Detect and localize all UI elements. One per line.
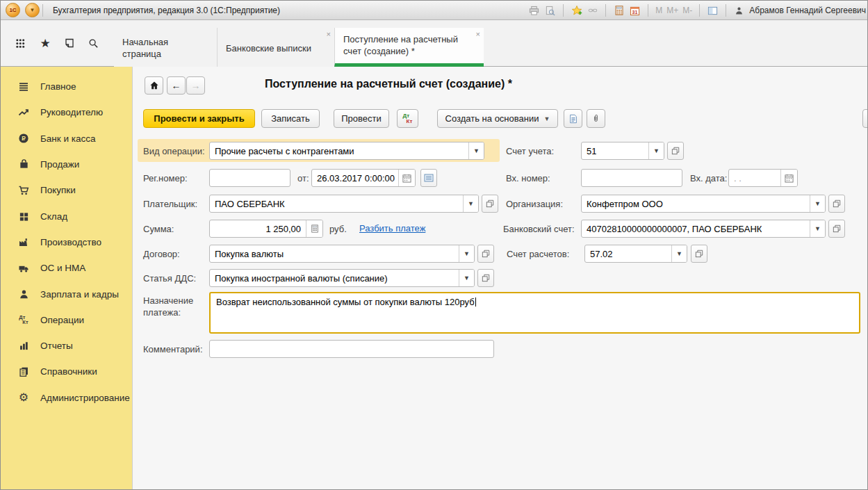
settlement-account-select[interactable]: 57.02 ▼ xyxy=(584,245,687,263)
chevron-down-icon[interactable]: ▼ xyxy=(459,270,474,286)
tab-receipt-document[interactable]: Поступление на расчетный счет (создание)… xyxy=(334,28,484,67)
cart-icon xyxy=(17,184,30,197)
sidebar-item-references[interactable]: Справочники xyxy=(1,359,132,384)
open-in-list-icon xyxy=(833,224,841,233)
reg-number-input[interactable] xyxy=(209,169,290,187)
chevron-down-icon[interactable]: ▼ xyxy=(810,195,825,212)
memory-recall-button[interactable]: M xyxy=(655,6,662,15)
open-in-list-icon xyxy=(482,250,490,258)
sidebar-item-sales[interactable]: Продажи xyxy=(1,152,132,177)
organization-open-button[interactable] xyxy=(828,195,845,213)
organization-select[interactable]: Конфетпром ООО ▼ xyxy=(581,195,826,213)
open-journal-button[interactable] xyxy=(420,169,437,187)
contract-select[interactable]: Покупка валюты ▼ xyxy=(209,245,475,263)
sidebar-item-salary-hr[interactable]: Зарплата и кадры xyxy=(1,281,132,307)
sidebar-item-bank-cash[interactable]: Р Банк и касса xyxy=(1,126,132,152)
operation-type-select[interactable]: Прочие расчеты с контрагентами ▼ xyxy=(209,142,484,160)
apps-menu-icon[interactable] xyxy=(14,35,29,51)
bank-account-open-button[interactable] xyxy=(828,220,845,238)
history-icon[interactable] xyxy=(62,35,77,51)
create-based-on-button[interactable]: Создать на основании▼ xyxy=(437,109,558,128)
post-button[interactable]: Провести xyxy=(334,109,389,128)
cash-flow-item-select[interactable]: Покупка иностранной валюты (списание) ▼ xyxy=(209,269,475,287)
comment-input[interactable] xyxy=(209,340,494,358)
briefcase-icon xyxy=(17,158,30,171)
cash-flow-item-open-button[interactable] xyxy=(477,269,494,287)
account-open-button[interactable] xyxy=(667,142,684,160)
incoming-number-input[interactable] xyxy=(581,169,682,187)
bank-account-select[interactable]: 40702810000000000007, ПАО СБЕРБАНК ▼ xyxy=(581,220,826,238)
chevron-down-icon[interactable]: ▼ xyxy=(671,245,687,262)
calendar-picker-button[interactable] xyxy=(780,170,797,186)
back-arrow-icon: ← xyxy=(172,80,181,91)
sidebar-item-main[interactable]: Главное xyxy=(1,74,132,99)
split-payment-link[interactable]: Разбить платеж xyxy=(359,223,425,234)
chevron-down-icon[interactable]: ▼ xyxy=(468,142,484,159)
divider xyxy=(699,4,700,17)
payment-purpose-textarea[interactable]: Возврат неиспользованной суммы от покупк… xyxy=(209,292,860,334)
date-input[interactable]: 26.03.2017 0:00:00 xyxy=(311,169,416,187)
chevron-down-icon[interactable]: ▼ xyxy=(459,245,474,262)
sidebar-item-production[interactable]: Производство xyxy=(1,229,132,255)
settlement-account-open-button[interactable] xyxy=(691,245,707,263)
chevron-down-icon[interactable]: ▼ xyxy=(463,195,478,212)
sections-sidebar: Главное Руководителю Р Банк и касса Прод… xyxy=(1,67,133,489)
svg-text:31: 31 xyxy=(632,9,638,14)
print-preview-icon[interactable] xyxy=(544,5,556,17)
add-favorite-icon[interactable] xyxy=(571,5,582,17)
attachments-button[interactable] xyxy=(587,109,605,128)
document-report-button[interactable] xyxy=(564,109,582,128)
printer-icon[interactable] xyxy=(528,5,540,17)
sidebar-item-fixed-assets[interactable]: ОС и НМА xyxy=(1,255,132,281)
sidebar-item-reports[interactable]: Отчеты xyxy=(1,333,132,359)
text-cursor xyxy=(475,297,476,307)
divider xyxy=(42,4,43,17)
chevron-down-icon[interactable]: ▼ xyxy=(810,220,825,237)
search-icon[interactable] xyxy=(85,35,101,51)
back-button[interactable]: ← xyxy=(167,76,186,95)
sidebar-item-administration[interactable]: ⚙ Администрирование xyxy=(1,385,132,411)
calculator-icon[interactable] xyxy=(613,5,625,17)
close-tab-icon[interactable]: × xyxy=(327,31,331,38)
tab-bank-statements[interactable]: Банковские выписки × xyxy=(217,28,334,67)
home-button[interactable] xyxy=(145,76,163,95)
calendar-picker-button[interactable] xyxy=(398,170,415,186)
account-select[interactable]: 51 ▼ xyxy=(581,142,664,160)
sidebar-item-purchases[interactable]: Покупки xyxy=(1,177,132,203)
payer-open-button[interactable] xyxy=(482,195,498,213)
incoming-date-input[interactable]: . . xyxy=(728,169,798,187)
post-and-close-button[interactable]: Провести и закрыть xyxy=(143,109,255,128)
current-user-name[interactable]: Абрамов Геннадий Сергеевич xyxy=(749,6,866,15)
forward-button[interactable]: → xyxy=(186,76,205,95)
calculator-button[interactable] xyxy=(306,220,322,237)
calendar-icon[interactable]: 31 xyxy=(629,5,641,17)
sidebar-item-operations[interactable]: ДтКт Операции xyxy=(1,307,132,333)
incoming-date-label: Вх. дата: xyxy=(690,173,727,183)
1c-logo-icon: 1С xyxy=(6,3,20,17)
chevron-down-icon[interactable]: ▼ xyxy=(648,142,664,159)
favorites-star-icon[interactable]: ★ xyxy=(38,35,53,51)
reg-number-label: Рег.номер: xyxy=(143,173,188,183)
app-title: Бухгалтерия предприятия, редакция 3.0 (1… xyxy=(53,6,280,15)
contract-open-button[interactable] xyxy=(477,245,494,263)
date-prefix-label: от: xyxy=(297,173,309,183)
bank-account-label: Банковский счет: xyxy=(503,224,575,234)
tab-home[interactable]: Начальная страница xyxy=(114,28,217,67)
split-window-icon[interactable] xyxy=(707,5,719,17)
system-menu-button[interactable]: ▼ xyxy=(25,3,40,17)
show-postings-button[interactable]: ДтКт xyxy=(397,109,418,128)
close-tab-icon[interactable]: × xyxy=(476,31,480,38)
memory-subtract-button[interactable]: M- xyxy=(682,6,692,15)
save-button[interactable]: Записать xyxy=(261,109,320,128)
open-in-list-icon xyxy=(671,147,680,155)
memory-add-button[interactable]: M+ xyxy=(666,6,678,15)
amount-input[interactable]: 1 250,00 xyxy=(209,220,323,238)
sidebar-item-manager[interactable]: Руководителю xyxy=(1,99,132,125)
boxes-grid-icon xyxy=(17,210,30,222)
app-window: 1С ▼ Бухгалтерия предприятия, редакция 3… xyxy=(0,0,868,490)
more-actions-button[interactable] xyxy=(862,109,868,128)
sidebar-item-warehouse[interactable]: Склад xyxy=(1,203,132,229)
go-to-link-icon[interactable] xyxy=(587,5,598,17)
payer-select[interactable]: ПАО СБЕРБАНК ▼ xyxy=(209,195,479,213)
factory-icon xyxy=(17,236,30,248)
